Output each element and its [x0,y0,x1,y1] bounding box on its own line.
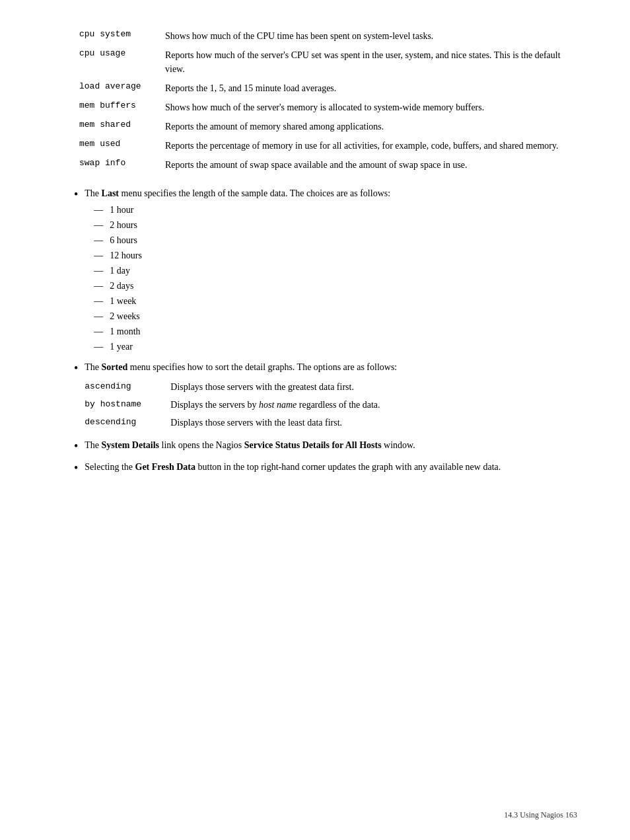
fresh-data-bold: Get Fresh Data [135,462,196,472]
last-item-9: 1 year [110,340,133,354]
last-item-3: 12 hours [110,248,142,262]
system-details-bold2: Service Status Details for All Hosts [244,440,382,450]
term-ascending: ascending [85,378,170,396]
desc-cpu-system: Shows how much of the CPU time has been … [165,26,577,46]
term-cpu-system: cpu system [79,26,165,46]
term-load-average: load average [79,79,165,98]
system-details-rest-pre: link opens the Nagios [159,440,244,450]
bullet-content-last: The Last menu specifies the length of th… [85,186,577,355]
main-content: cpu system Shows how much of the CPU tim… [79,26,577,477]
sorted-table: ascending Displays those servers with th… [85,378,380,432]
bullet-dot-get-fresh-data: • [74,460,78,477]
definition-table: cpu system Shows how much of the CPU tim… [79,26,577,174]
system-details-bold: System Details [102,440,160,450]
desc-mem-shared: Reports the amount of memory shared amon… [165,117,577,136]
last-item-8: 1 month [110,325,140,338]
desc-descending: Displays those servers with the least da… [170,414,380,432]
term-mem-buffers: mem buffers [79,98,165,117]
last-item-1: 2 hours [110,218,137,232]
bullet-sorted-menu: • The Sorted menu specifies how to sort … [79,360,577,432]
bullet-dot-system-details: • [74,438,78,455]
list-item: — 1 hour [90,203,577,217]
fresh-data-intro: Selecting the [85,462,135,472]
def-row-swap-info: swap info Reports the amount of swap spa… [79,155,577,174]
last-menu-intro: The [85,188,101,198]
sorted-menu-bold: Sorted [102,362,128,372]
sorted-menu-intro: The [85,362,101,372]
def-row-mem-used: mem used Reports the percentage of memor… [79,136,577,155]
last-menu-bold: Last [102,188,119,198]
list-item: — 2 days [90,279,577,293]
bullet-content-system-details: The System Details link opens the Nagios… [85,438,577,452]
list-item: — 2 weeks [90,309,577,323]
term-cpu-usage: cpu usage [79,46,165,79]
desc-mem-buffers: Shows how much of the server's memory is… [165,98,577,117]
def-row-load-average: load average Reports the 1, 5, and 15 mi… [79,79,577,98]
last-menu-list: — 1 hour — 2 hours — 6 hours — 12 hours … [90,203,577,354]
desc-ascending: Displays those servers with the greatest… [170,378,380,396]
system-details-intro: The [85,440,101,450]
host-name-link[interactable]: host name [259,400,297,410]
list-item: — 1 year [90,340,577,354]
term-descending: descending [85,414,170,432]
list-item: — 1 day [90,264,577,278]
bullet-content-get-fresh-data: Selecting the Get Fresh Data button in t… [85,460,577,474]
last-item-0: 1 hour [110,203,133,217]
bullet-system-details: • The System Details link opens the Nagi… [79,438,577,455]
term-mem-used: mem used [79,136,165,155]
bullet-dot-sorted: • [74,360,78,377]
list-item: — 6 hours [90,233,577,247]
last-item-4: 1 day [110,264,130,278]
bullet-last-menu: • The Last menu specifies the length of … [79,186,577,355]
def-row-mem-shared: mem shared Reports the amount of memory … [79,117,577,136]
def-row-mem-buffers: mem buffers Shows how much of the server… [79,98,577,117]
desc-by-hostname-suffix: regardless of the data. [297,400,380,410]
desc-load-average: Reports the 1, 5, and 15 minute load ave… [165,79,577,98]
last-item-6: 1 week [110,294,136,308]
sorted-row-descending: descending Displays those servers with t… [85,414,380,432]
desc-by-hostname: Displays the servers by host name regard… [170,396,380,414]
desc-mem-used: Reports the percentage of memory in use … [165,136,577,155]
desc-by-hostname-prefix: Displays the servers by [170,400,259,410]
list-item: — 1 week [90,294,577,308]
sorted-row-ascending: ascending Displays those servers with th… [85,378,380,396]
term-swap-info: swap info [79,155,165,174]
bullet-dot-last: • [74,186,78,203]
fresh-data-rest: button in the top right-hand corner upda… [195,462,501,472]
list-item: — 1 month [90,325,577,338]
page-footer: 14.3 Using Nagios 163 [504,810,577,820]
def-row-cpu-system: cpu system Shows how much of the CPU tim… [79,26,577,46]
bullet-content-sorted: The Sorted menu specifies how to sort th… [85,360,577,432]
desc-cpu-usage: Reports how much of the server's CPU set… [165,46,577,79]
def-row-cpu-usage: cpu usage Reports how much of the server… [79,46,577,79]
sorted-menu-rest: menu specifies how to sort the detail gr… [127,362,397,372]
term-mem-shared: mem shared [79,117,165,136]
desc-swap-info: Reports the amount of swap space availab… [165,155,577,174]
list-item: — 12 hours [90,248,577,262]
sorted-row-by-hostname: by hostname Displays the servers by host… [85,396,380,414]
bullet-get-fresh-data: • Selecting the Get Fresh Data button in… [79,460,577,477]
last-item-2: 6 hours [110,233,137,247]
term-by-hostname: by hostname [85,396,170,414]
last-item-7: 2 weeks [110,309,140,323]
system-details-rest: window. [382,440,415,450]
last-item-5: 2 days [110,279,133,293]
list-item: — 2 hours [90,218,577,232]
last-menu-rest: menu specifies the length of the sample … [119,188,390,198]
